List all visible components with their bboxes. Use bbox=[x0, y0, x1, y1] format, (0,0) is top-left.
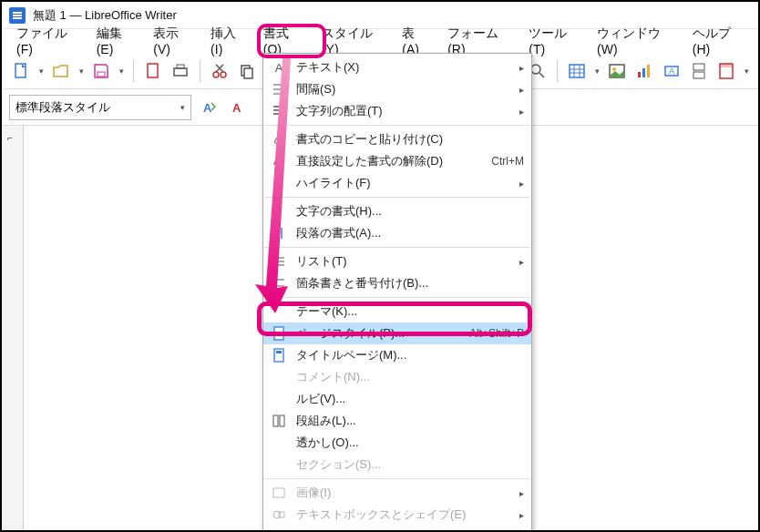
menu-item-columns[interactable]: 段組み(L)... bbox=[263, 410, 531, 432]
new-doc-button[interactable] bbox=[9, 59, 33, 83]
menu-item-paragraph[interactable]: 段落の書式(A)... bbox=[263, 222, 531, 244]
svg-rect-33 bbox=[276, 351, 282, 353]
insert-chart-button[interactable] bbox=[632, 59, 656, 83]
svg-point-6 bbox=[221, 72, 226, 77]
paragraph-style-value: 標準段落スタイル bbox=[15, 99, 110, 116]
svg-rect-10 bbox=[570, 65, 584, 77]
watermark-icon bbox=[269, 434, 289, 452]
save-button[interactable] bbox=[89, 59, 113, 83]
svg-rect-13 bbox=[638, 72, 641, 77]
insert-page-break-button[interactable] bbox=[687, 59, 711, 83]
copy-button[interactable] bbox=[235, 59, 259, 83]
menu-item-list[interactable]: リスト(T)▸ bbox=[263, 251, 531, 272]
new-dropdown[interactable] bbox=[36, 59, 46, 83]
list-icon bbox=[269, 252, 289, 271]
insert-table-button[interactable] bbox=[565, 59, 589, 83]
insert-header-button[interactable] bbox=[714, 59, 738, 83]
header-dropdown[interactable] bbox=[742, 59, 751, 83]
menu-item-image: 画像(I)▸ bbox=[263, 482, 531, 504]
svg-rect-34 bbox=[273, 415, 278, 426]
character-icon: A bbox=[269, 202, 289, 220]
menu-window[interactable]: ウィンドウ(W) bbox=[588, 23, 683, 59]
menu-item-frame: フレームとオブジェクト(F)▸ bbox=[263, 526, 531, 532]
insert-image-button[interactable] bbox=[605, 59, 629, 83]
menu-item-textbox-shape: テキストボックスとシェイプ(E)▸ bbox=[263, 504, 531, 526]
page-icon bbox=[269, 324, 289, 343]
separator bbox=[133, 60, 134, 82]
shape-icon bbox=[269, 506, 289, 524]
svg-point-12 bbox=[612, 67, 616, 71]
clear-icon: A bbox=[269, 152, 289, 170]
svg-rect-31 bbox=[274, 327, 283, 340]
columns-icon bbox=[269, 412, 289, 430]
svg-text:1: 1 bbox=[272, 277, 276, 283]
theme-icon bbox=[269, 302, 289, 321]
image-icon bbox=[269, 484, 289, 502]
menu-item-highlight[interactable]: ハイライト(F)▸ bbox=[263, 172, 531, 194]
menu-view[interactable]: 表示(V) bbox=[144, 23, 201, 59]
print-button[interactable] bbox=[169, 59, 192, 83]
export-pdf-button[interactable] bbox=[141, 59, 165, 83]
table-dropdown[interactable] bbox=[592, 59, 601, 83]
align-icon bbox=[269, 102, 289, 120]
open-button[interactable] bbox=[49, 59, 73, 83]
chevron-down-icon: ▾ bbox=[180, 103, 185, 112]
menu-item-clone-formatting[interactable]: 書式のコピーと貼り付け(C) bbox=[263, 128, 531, 150]
svg-rect-8 bbox=[244, 68, 252, 78]
svg-rect-35 bbox=[280, 415, 284, 426]
menu-file[interactable]: ファイル(F) bbox=[7, 23, 87, 59]
save-dropdown[interactable] bbox=[117, 59, 126, 83]
menu-item-bullets[interactable]: 12箇条書きと番号付け(B)... bbox=[263, 272, 531, 294]
menu-bar: ファイル(F) 編集(E) 表示(V) 挿入(I) 書式(O) スタイル(Y) … bbox=[2, 29, 758, 53]
menu-help[interactable]: ヘルプ(H) bbox=[683, 23, 753, 59]
menu-item-spacing[interactable]: 間隔(S)▸ bbox=[263, 78, 531, 100]
menu-insert[interactable]: 挿入(I) bbox=[201, 23, 254, 59]
section-icon bbox=[269, 455, 289, 474]
new-style-button[interactable]: A bbox=[226, 96, 250, 119]
svg-point-5 bbox=[213, 72, 219, 77]
svg-rect-36 bbox=[273, 488, 284, 497]
svg-rect-15 bbox=[647, 65, 650, 77]
window-title: 無題 1 — LibreOffice Writer bbox=[33, 7, 177, 24]
svg-text:A: A bbox=[203, 101, 212, 115]
svg-text:A: A bbox=[273, 156, 281, 167]
menu-item-comment: コメント(N)... bbox=[263, 366, 531, 388]
menu-item-theme[interactable]: テーマ(K)... bbox=[263, 301, 531, 322]
separator bbox=[200, 60, 200, 82]
svg-point-28 bbox=[273, 264, 276, 267]
ruler-corner: ⌐ bbox=[7, 133, 13, 143]
svg-text:2: 2 bbox=[272, 283, 276, 290]
bullets-icon: 12 bbox=[269, 274, 289, 292]
menu-item-page-style[interactable]: ページスタイル(P)...Alt+Shift+P bbox=[263, 322, 531, 344]
paragraph-style-combo[interactable]: 標準段落スタイル ▾ bbox=[9, 95, 191, 120]
svg-text:A: A bbox=[232, 101, 241, 115]
menu-item-text[interactable]: Aテキスト(X)▸ bbox=[263, 56, 531, 78]
menu-item-watermark[interactable]: 透かし(O)... bbox=[263, 432, 531, 454]
highlight-icon bbox=[269, 174, 289, 192]
frame-icon bbox=[269, 527, 289, 532]
svg-rect-21 bbox=[720, 64, 733, 67]
paragraph-icon bbox=[269, 224, 289, 242]
vertical-ruler: ⌐ bbox=[2, 126, 24, 530]
svg-text:A: A bbox=[273, 206, 281, 219]
insert-textbox-button[interactable]: A bbox=[660, 59, 683, 83]
menu-item-character[interactable]: A文字の書式(H)... bbox=[263, 200, 531, 222]
open-dropdown[interactable] bbox=[77, 59, 86, 83]
svg-rect-14 bbox=[642, 68, 645, 77]
menu-item-align[interactable]: 文字列の配置(T)▸ bbox=[263, 100, 531, 122]
cut-button[interactable] bbox=[208, 59, 231, 83]
menu-item-title-page[interactable]: タイトルページ(M)... bbox=[263, 344, 531, 366]
svg-rect-19 bbox=[693, 72, 704, 78]
svg-point-27 bbox=[273, 261, 276, 263]
menu-item-section: セクション(S)... bbox=[263, 454, 531, 476]
app-icon bbox=[9, 7, 26, 24]
text-icon: A bbox=[269, 58, 289, 77]
separator bbox=[557, 60, 558, 82]
svg-text:A: A bbox=[669, 66, 674, 76]
svg-point-26 bbox=[273, 257, 276, 260]
menu-item-clear-formatting[interactable]: A直接設定した書式の解除(D)Ctrl+M bbox=[263, 150, 531, 172]
menu-edit[interactable]: 編集(E) bbox=[87, 23, 145, 59]
update-style-button[interactable]: A bbox=[197, 96, 221, 119]
menu-item-ruby[interactable]: ルビ(V)... bbox=[263, 388, 531, 410]
svg-rect-0 bbox=[15, 64, 26, 77]
